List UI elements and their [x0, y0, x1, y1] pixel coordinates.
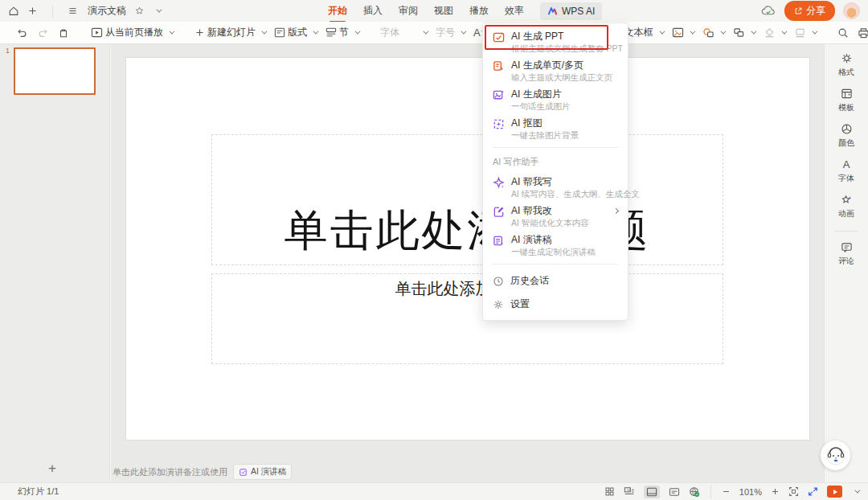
font-family-select[interactable]: 字体	[380, 26, 427, 39]
menu-item-title: AI 抠图	[511, 117, 618, 129]
menu-item-ai-speech-draft[interactable]: AI 演讲稿 一键生成定制化演讲稿	[483, 230, 628, 259]
ai-matting-icon	[493, 118, 505, 130]
add-slide-button[interactable]: +	[48, 461, 56, 475]
wps-ai-label: WPS AI	[562, 6, 595, 17]
play-from-current-label: 从当前页播放	[105, 26, 163, 39]
ai-speech-draft-icon	[493, 235, 505, 247]
menu-item-title: AI 生成 PPT	[511, 31, 623, 43]
menu-item-title: AI 生成单页/多页	[511, 59, 618, 72]
settings-gear-icon	[493, 299, 504, 310]
zoom-out-button[interactable]	[722, 487, 731, 496]
ribbon-tabs: 开始 插入 审阅 视图 播放 效率 WPS AI	[328, 0, 602, 22]
normal-view-button[interactable]	[644, 486, 660, 498]
menu-item-ai-help-revise[interactable]: AI 帮我改 AI 智能优化文本内容	[483, 201, 628, 230]
cloud-sync-icon[interactable]	[761, 5, 776, 17]
notes-view-button[interactable]	[669, 487, 680, 497]
template-icon	[841, 88, 853, 100]
slide-canvas[interactable]: 单击此处添加标题 单击此处添加副标题	[126, 58, 809, 440]
new-slide-button[interactable]: 新建幻灯片	[194, 26, 265, 39]
fit-slide-button[interactable]	[788, 486, 799, 497]
layout-button[interactable]: 版式	[274, 26, 317, 39]
menu-item-title: AI 演讲稿	[511, 234, 618, 246]
play-from-current-button[interactable]: 从当前页播放	[91, 26, 173, 39]
title-chevron-icon[interactable]	[156, 7, 162, 13]
sidebar-item-font[interactable]: A 字体	[838, 158, 854, 184]
right-sidebar: 格式 模板 颜色 A 字体 动画 评论	[824, 44, 868, 482]
fill-color-button[interactable]	[764, 27, 785, 38]
menu-item-label: 历史会话	[510, 274, 549, 288]
slide-counter: 幻灯片 1/1	[18, 486, 59, 498]
play-slideshow-button[interactable]	[827, 486, 842, 498]
menu-item-settings[interactable]: 设置	[483, 293, 628, 316]
sidebar-item-color[interactable]: 颜色	[838, 123, 854, 149]
user-avatar[interactable]	[843, 2, 860, 19]
menu-item-ai-generate-ppt[interactable]: AI 生成 PPT 根据主题或文档生成整套 PPT	[483, 27, 628, 55]
notes-bar[interactable]: 单击此处添加演讲备注或使用 AI 演讲稿	[113, 464, 292, 480]
tab-review[interactable]: 审阅	[399, 4, 418, 18]
menu-hamburger-icon[interactable]	[68, 6, 78, 16]
menu-item-history[interactable]: 历史会话	[483, 269, 628, 293]
menu-item-subtitle: AI 智能优化文本内容	[511, 218, 611, 228]
notes-hint-text: 单击此处添加演讲备注或使用	[113, 466, 227, 478]
assistant-mascot-button[interactable]	[821, 441, 850, 470]
tab-insert[interactable]: 插入	[363, 4, 383, 18]
language-check-icon[interactable]	[689, 486, 700, 498]
menu-item-ai-matting[interactable]: AI 抠图 一键去除图片背景	[483, 113, 628, 142]
sidebar-label: 评论	[838, 256, 854, 267]
menu-item-ai-help-write[interactable]: AI 帮我写 AI 续写内容、生成大纲、生成全文	[483, 172, 628, 201]
sidebar-label: 格式	[838, 67, 854, 78]
tab-wps-ai[interactable]: WPS AI	[540, 2, 602, 20]
menu-item-ai-generate-pages[interactable]: AI 生成单页/多页 输入主题或大纲生成正文页	[483, 55, 628, 84]
sidebar-item-template[interactable]: 模板	[838, 88, 854, 113]
toolbar: 从当前页播放 新建幻灯片 版式 节 字体 字号 A⁺ A⁻ B I A A A …	[0, 22, 868, 44]
tab-home[interactable]: 开始	[328, 4, 347, 18]
redo-button[interactable]	[37, 27, 49, 39]
zoom-in-button[interactable]	[771, 487, 780, 496]
favorite-star-icon[interactable]	[134, 6, 145, 16]
insert-shape-button[interactable]	[702, 27, 724, 38]
play-options-chevron-icon[interactable]	[854, 488, 860, 494]
sidebar-item-animation[interactable]: 动画	[838, 194, 854, 219]
statusbar: 幻灯片 1/1 12 101%	[0, 482, 868, 500]
submenu-chevron-icon	[613, 208, 619, 214]
layout-icon	[274, 27, 285, 38]
sidebar-item-format[interactable]: 格式	[838, 52, 854, 78]
outline-color-button[interactable]	[794, 27, 816, 38]
home-icon[interactable]	[8, 6, 19, 17]
zoom-level[interactable]: 101%	[739, 487, 762, 497]
font-icon: A	[843, 158, 850, 170]
document-title: 演示文稿	[88, 4, 126, 18]
new-slide-label: 新建幻灯片	[207, 26, 256, 39]
divider	[52, 5, 53, 18]
undo-button[interactable]	[16, 27, 28, 39]
font-size-select[interactable]: 字号	[436, 26, 465, 39]
ai-speech-button[interactable]: AI 演讲稿	[233, 464, 292, 480]
ai-speech-icon	[239, 468, 248, 477]
print-button[interactable]	[858, 27, 868, 39]
sidebar-label: 字体	[838, 173, 854, 184]
share-icon	[794, 6, 803, 15]
arrange-button[interactable]	[733, 27, 755, 38]
slide-thumbnail-panel	[0, 44, 110, 482]
slide-thumbnail-1[interactable]	[14, 47, 96, 95]
tab-play[interactable]: 播放	[469, 4, 489, 18]
slide-sorter-button[interactable]: 12	[624, 486, 635, 497]
clipboard-icon[interactable]	[58, 27, 69, 39]
title-placeholder-box[interactable]: 单击此处添加标题	[211, 134, 723, 265]
font-size-label: 字号	[436, 26, 455, 39]
tab-efficiency[interactable]: 效率	[505, 4, 524, 18]
menu-item-ai-generate-image[interactable]: AI 生成图片 一句话生成图片	[483, 84, 628, 113]
grid-view-button[interactable]	[604, 486, 615, 497]
menu-item-title: AI 帮我改	[511, 205, 611, 217]
fullscreen-button[interactable]	[808, 486, 818, 497]
insert-image-button[interactable]	[672, 27, 694, 38]
search-button[interactable]	[837, 27, 849, 39]
tab-view[interactable]: 视图	[434, 4, 453, 18]
share-button[interactable]: 分享	[784, 1, 835, 21]
new-tab-icon[interactable]	[27, 6, 38, 16]
sidebar-item-comment[interactable]: 评论	[838, 241, 854, 267]
section-label: 节	[339, 26, 349, 39]
plus-icon	[194, 27, 205, 38]
section-button[interactable]: 节	[326, 26, 358, 39]
subtitle-placeholder-box[interactable]: 单击此处添加副标题	[211, 273, 723, 364]
